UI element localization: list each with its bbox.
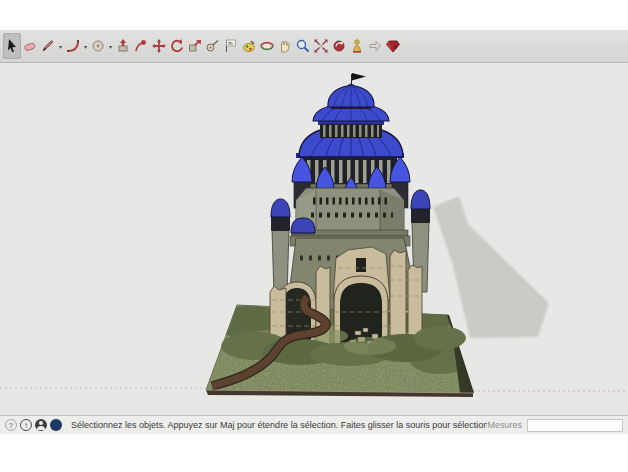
user-icon[interactable]	[35, 419, 47, 431]
measurements-input[interactable]	[527, 419, 623, 432]
window-bottom-margin	[0, 434, 628, 472]
castle-model[interactable]	[206, 73, 473, 397]
side-dome[interactable]	[291, 218, 315, 236]
previous-view-tool-icon[interactable]	[330, 33, 348, 59]
orbit-tool-icon[interactable]	[258, 33, 276, 59]
line-tool-icon[interactable]	[39, 33, 57, 59]
flag[interactable]	[352, 73, 367, 86]
help-icon[interactable]: ?	[5, 419, 17, 431]
eraser-tool-icon[interactable]	[21, 33, 39, 59]
zoom-extents-tool-icon[interactable]	[312, 33, 330, 59]
status-bar: ? ↑ Sélectionnez les objets. Appuyez sur…	[0, 415, 628, 434]
arc-tool-icon[interactable]	[64, 33, 82, 59]
move-tool-icon[interactable]	[150, 33, 168, 59]
modeling-viewport[interactable]	[0, 63, 628, 415]
walk-tool-icon[interactable]	[366, 33, 384, 59]
scale-tool-icon[interactable]	[186, 33, 204, 59]
push-pull-tool-icon[interactable]	[114, 33, 132, 59]
line-tool-dropdown[interactable]	[57, 33, 64, 59]
status-message: Sélectionnez les objets. Appuyez sur Maj…	[71, 420, 487, 430]
follow-me-tool-icon[interactable]	[132, 33, 150, 59]
shapes-tool-dropdown[interactable]	[107, 33, 114, 59]
keep-body[interactable]	[290, 188, 410, 246]
pan-tool-icon[interactable]	[276, 33, 294, 59]
paint-bucket-tool-icon[interactable]	[240, 33, 258, 59]
shapes-tool-icon[interactable]	[89, 33, 107, 59]
connection-status-icon[interactable]	[50, 419, 62, 431]
cast-shadow	[433, 196, 549, 338]
window-top-margin	[0, 0, 628, 30]
zoom-tool-icon[interactable]	[294, 33, 312, 59]
warehouse-tool-icon[interactable]	[384, 33, 402, 59]
arc-tool-dropdown[interactable]	[82, 33, 89, 59]
text-tool-icon[interactable]	[222, 33, 240, 59]
tape-measure-tool-icon[interactable]	[204, 33, 222, 59]
measurements-label: Mesures	[487, 420, 522, 430]
left-minaret[interactable]	[271, 199, 290, 296]
dome-drum[interactable]	[318, 121, 384, 138]
main-toolbar	[0, 30, 628, 63]
rotate-tool-icon[interactable]	[168, 33, 186, 59]
top-dome[interactable]	[328, 84, 374, 109]
select-tool-icon[interactable]	[3, 33, 21, 59]
geolocation-icon[interactable]: ↑	[20, 419, 32, 431]
position-camera-tool-icon[interactable]	[348, 33, 366, 59]
